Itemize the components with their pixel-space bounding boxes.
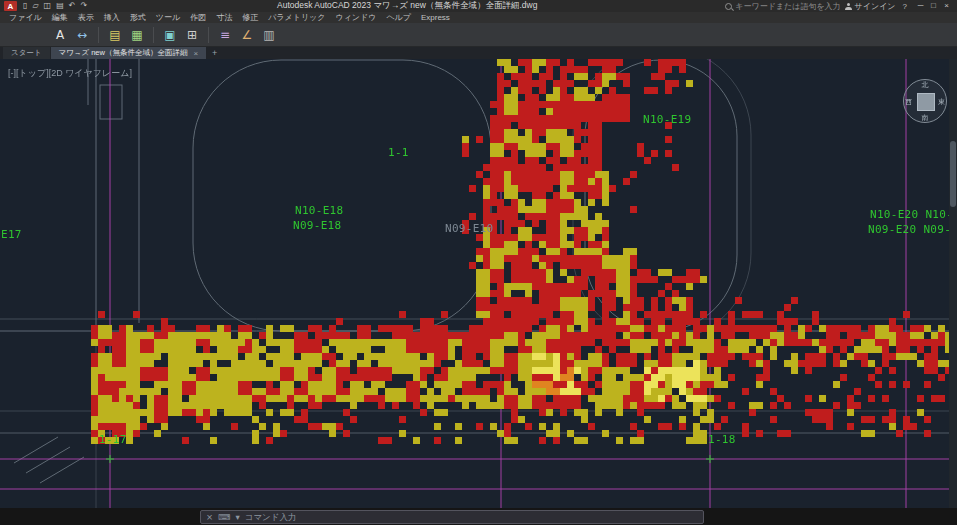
dimension-tool-icon: ↔: [77, 25, 87, 45]
block-tool-icon: ▣: [164, 25, 175, 45]
text-tool-button[interactable]: A: [50, 25, 70, 45]
survey-label: N09-E20 N09-E21: [868, 224, 957, 236]
ribbon-separator: [208, 27, 209, 43]
title-bar: A ▯▱◫▤↶↷ Autodesk AutoCAD 2023 マワ→ズ new（…: [0, 0, 957, 12]
drawing-area[interactable]: 1-1N10-E18N09-E18N09-E10N10-E19N10-E20 N…: [0, 59, 957, 508]
menu-item[interactable]: Express: [416, 12, 455, 23]
user-icon: [845, 3, 852, 10]
tab-start[interactable]: スタート: [3, 47, 50, 59]
scrollbar-thumb[interactable]: [950, 141, 956, 207]
layer-state-tool-icon: ▦: [131, 25, 142, 45]
file-tabs: スタートマワ→ズ new（無条件全域）全面詳細×+: [0, 47, 957, 59]
properties-panel-icon: ≡: [220, 25, 230, 45]
redo-icon[interactable]: ↷: [78, 1, 89, 11]
menu-item[interactable]: 作図: [185, 12, 211, 23]
heatmap-overlay: [0, 59, 957, 508]
tab-label: マワ→ズ new（無条件全域）全面詳細: [59, 48, 188, 58]
new-file-icon[interactable]: ▯: [21, 1, 29, 11]
survey-label: N09-E10: [445, 223, 493, 235]
measure-tool-icon: ∠: [242, 25, 253, 45]
properties-panel-button[interactable]: ≡: [215, 25, 235, 45]
help-icon[interactable]: ?: [900, 2, 910, 11]
measure-tool-button[interactable]: ∠: [237, 25, 257, 45]
window-controls: ─□×: [914, 0, 953, 12]
survey-label: N10-E20 N10-E21: [870, 209, 957, 221]
insert-tool-icon: ⊞: [187, 25, 197, 45]
quick-access-toolbar: ▯▱◫▤↶↷: [21, 1, 89, 11]
keyboard-icon: ⌨: [218, 511, 230, 523]
vertical-scrollbar[interactable]: [949, 59, 957, 508]
viewcube-south[interactable]: 南: [922, 114, 929, 121]
search-icon: [725, 3, 732, 10]
search-box[interactable]: キーワードまたは語句を入力: [725, 1, 840, 12]
viewcube-east[interactable]: 東: [938, 98, 945, 105]
paste-tool-button[interactable]: ▥: [259, 25, 279, 45]
ribbon-separator: [98, 27, 99, 43]
menu-item[interactable]: 編集: [47, 12, 73, 23]
status-bar: × ⌨ ▾ コマンド入力: [0, 508, 957, 525]
window-title: Autodesk AutoCAD 2023 マワ→ズ new（無条件全域）全面詳…: [93, 0, 721, 12]
survey-label: 1-17: [99, 434, 127, 446]
menu-item[interactable]: 挿入: [99, 12, 125, 23]
menu-item[interactable]: ファイル: [4, 12, 47, 23]
ribbon-toolbar: A↔▤▦▣⊞≡∠▥: [0, 23, 957, 47]
viewcube[interactable]: 北 南 西 東: [899, 75, 951, 127]
sign-in-label: サインイン: [855, 1, 896, 12]
survey-label: N10-E19: [643, 114, 691, 126]
paste-tool-icon: ▥: [263, 25, 274, 45]
menu-item[interactable]: ツール: [151, 12, 185, 23]
viewcube-west[interactable]: 西: [905, 98, 912, 105]
command-line[interactable]: × ⌨ ▾ コマンド入力: [200, 510, 704, 524]
survey-label: 1-18: [708, 434, 736, 446]
close-icon[interactable]: ×: [206, 511, 213, 523]
menu-item[interactable]: ウィンドウ: [330, 12, 381, 23]
viewport-controls[interactable]: [-][トップ][2D ワイヤフレーム]: [8, 67, 132, 80]
undo-icon[interactable]: ↶: [67, 1, 78, 11]
command-prompt[interactable]: コマンド入力: [245, 511, 297, 523]
layers-panel-icon: ▤: [109, 25, 120, 45]
viewcube-face-icon[interactable]: [917, 93, 935, 111]
tab-label: スタート: [11, 48, 42, 58]
print-icon[interactable]: ▤: [54, 1, 66, 11]
layer-state-tool-button[interactable]: ▦: [127, 25, 147, 45]
minimize-button[interactable]: ─: [914, 0, 927, 12]
close-button[interactable]: ×: [940, 0, 953, 12]
autocad-logo-icon[interactable]: A: [4, 1, 17, 11]
survey-label: E17: [1, 229, 22, 241]
menu-item[interactable]: 形式: [125, 12, 151, 23]
ribbon-separator: [153, 27, 154, 43]
dimension-tool-button[interactable]: ↔: [72, 25, 92, 45]
save-icon[interactable]: ◫: [42, 1, 54, 11]
survey-label: N09-E18: [293, 220, 341, 232]
menu-bar: ファイル編集表示挿入形式ツール作図寸法修正パラメトリックウィンドウヘルプExpr…: [0, 12, 957, 23]
survey-label: N10-E18: [295, 205, 343, 217]
chevron-down-icon[interactable]: ▾: [235, 511, 239, 523]
maximize-button[interactable]: □: [927, 0, 940, 12]
menu-item[interactable]: 修正: [237, 12, 263, 23]
text-tool-icon: A: [56, 25, 64, 45]
block-tool-button[interactable]: ▣: [160, 25, 180, 45]
menu-item[interactable]: 寸法: [211, 12, 237, 23]
tab-drawing[interactable]: マワ→ズ new（無条件全域）全面詳細×: [51, 47, 207, 59]
open-icon[interactable]: ▱: [30, 1, 40, 11]
menu-item[interactable]: ヘルプ: [381, 12, 416, 23]
search-placeholder: キーワードまたは語句を入力: [735, 1, 840, 12]
insert-tool-button[interactable]: ⊞: [182, 25, 202, 45]
viewcube-north[interactable]: 北: [922, 81, 929, 88]
new-tab-button[interactable]: +: [207, 47, 222, 59]
sign-in-button[interactable]: サインイン: [845, 1, 896, 12]
layers-panel-button[interactable]: ▤: [105, 25, 125, 45]
tab-close-icon[interactable]: ×: [193, 49, 198, 58]
menu-item[interactable]: パラメトリック: [263, 12, 330, 23]
menu-item[interactable]: 表示: [73, 12, 99, 23]
survey-label: 1-1: [388, 147, 409, 159]
autocad-window: A ▯▱◫▤↶↷ Autodesk AutoCAD 2023 マワ→ズ new（…: [0, 0, 957, 525]
